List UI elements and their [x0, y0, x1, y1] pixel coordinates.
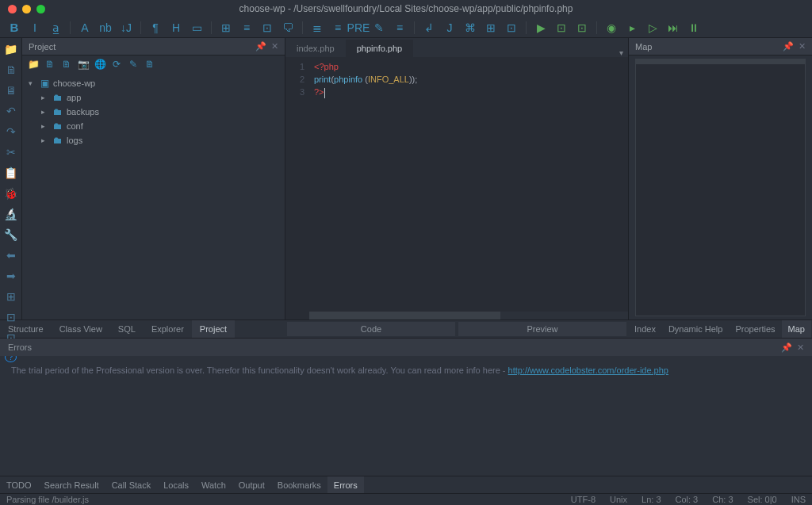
status-mode[interactable]: INS — [791, 495, 806, 504]
tree-root[interactable]: ▾ ▣ choose-wp — [29, 76, 278, 90]
minimap[interactable] — [635, 59, 806, 316]
status-eol[interactable]: Unix — [610, 495, 627, 504]
toolbar-icon-15[interactable]: PRE — [350, 20, 366, 36]
gutter-icon-1[interactable]: 🗎 — [4, 63, 18, 76]
toolbar-icon-19[interactable]: J — [442, 20, 458, 36]
tree-item-app[interactable]: ▸🖿app — [29, 90, 278, 105]
minimap-viewport[interactable] — [636, 59, 805, 64]
close-icon[interactable]: ✕ — [799, 41, 806, 52]
toolbar-icon-27[interactable]: ▸ — [624, 20, 640, 36]
tab-dropdown-icon[interactable]: ▾ — [619, 48, 623, 57]
code-content[interactable]: <?php print(phpinfo (INFO_ALL)); ?> — [309, 57, 628, 319]
toolbar-icon-28[interactable]: ▷ — [645, 20, 661, 36]
panel-tab-properties[interactable]: Properties — [729, 320, 781, 338]
project-tool-6[interactable]: ✎ — [127, 58, 140, 71]
gutter-icon-3[interactable]: ↶ — [4, 105, 18, 117]
gutter-icon-4[interactable]: ↷ — [4, 125, 18, 138]
project-tool-1[interactable]: 🗎 — [44, 58, 56, 71]
pin-icon[interactable]: 📌 — [255, 41, 266, 52]
panel-tab-sql[interactable]: SQL — [110, 320, 144, 338]
toolbar-icon-1[interactable]: I — [27, 20, 43, 36]
bottom-tab-bookmarks[interactable]: Bookmarks — [271, 476, 327, 493]
bottom-tab-todo[interactable]: TODO — [0, 476, 38, 493]
panel-tab-dynamic-help[interactable]: Dynamic Help — [662, 320, 729, 338]
gutter-icon-9[interactable]: 🔧 — [4, 228, 18, 241]
toolbar-icon-7[interactable]: H — [168, 20, 184, 36]
panel-tab-map[interactable]: Map — [782, 320, 811, 338]
chevron-down-icon[interactable]: ▾ — [29, 79, 36, 87]
tree-item-logs[interactable]: ▸🖿logs — [29, 133, 278, 147]
view-mode-preview[interactable]: Preview — [458, 322, 626, 336]
gutter-icon-8[interactable]: 🔬 — [4, 208, 18, 220]
project-tool-7[interactable]: 🗎 — [144, 58, 156, 71]
editor-tab[interactable]: phpinfo.php — [346, 40, 414, 57]
tree-item-conf[interactable]: ▸🖿conf — [29, 119, 278, 133]
panel-tab-structure[interactable]: Structure — [0, 320, 52, 338]
gutter-icon-0[interactable]: 📁 — [4, 43, 18, 55]
toolbar-icon-29[interactable]: ⏭ — [665, 20, 681, 36]
gutter-icon-12[interactable]: ⊞ — [4, 290, 18, 303]
toolbar-icon-14[interactable]: ≡ — [330, 20, 346, 36]
project-tool-3[interactable]: 📷 — [77, 58, 90, 71]
chevron-right-icon[interactable]: ▸ — [41, 108, 49, 116]
gutter-icon-11[interactable]: ➡ — [4, 270, 18, 282]
toolbar-icon-16[interactable]: ✎ — [371, 20, 387, 36]
bottom-tab-watch[interactable]: Watch — [195, 476, 232, 493]
toolbar-icon-10[interactable]: ≡ — [239, 20, 255, 36]
bottom-tab-locals[interactable]: Locals — [157, 476, 195, 493]
project-tool-2[interactable]: 🗎 — [60, 58, 73, 71]
horizontal-scrollbar[interactable] — [309, 312, 628, 319]
editor-tab[interactable]: index.php — [285, 40, 346, 57]
close-icon[interactable] — [8, 5, 17, 13]
toolbar-icon-5[interactable]: ↓J — [118, 20, 134, 36]
maximize-icon[interactable] — [36, 5, 45, 13]
code-editor[interactable]: 1 2 3 <?php print(phpinfo (INFO_ALL)); ?… — [285, 57, 628, 319]
bottom-tab-output[interactable]: Output — [232, 476, 271, 493]
toolbar-icon-30[interactable]: ⏸ — [686, 20, 702, 36]
project-tool-4[interactable]: 🌐 — [94, 58, 106, 71]
minimize-icon[interactable] — [22, 5, 31, 13]
toolbar-icon-17[interactable]: ≡ — [392, 20, 408, 36]
view-mode-code[interactable]: Code — [287, 322, 455, 336]
close-icon[interactable]: ✕ — [797, 342, 804, 353]
toolbar-icon-26[interactable]: ◉ — [603, 20, 619, 36]
gutter-icon-2[interactable]: 🖥 — [4, 84, 18, 97]
pin-icon[interactable]: 📌 — [783, 41, 794, 52]
toolbar-icon-24[interactable]: ⊡ — [553, 20, 569, 36]
gutter-icon-6[interactable]: 📋 — [4, 166, 18, 179]
toolbar-icon-12[interactable]: 🗨 — [280, 20, 296, 36]
chevron-right-icon[interactable]: ▸ — [41, 122, 49, 130]
toolbar-icon-6[interactable]: ¶ — [147, 20, 163, 36]
toolbar-icon-25[interactable]: ⊡ — [574, 20, 590, 36]
toolbar-icon-0[interactable]: B — [6, 20, 22, 36]
toolbar-icon-11[interactable]: ⊡ — [259, 20, 275, 36]
scrollbar-thumb[interactable] — [309, 312, 500, 319]
tree-item-backups[interactable]: ▸🖿backups — [29, 105, 278, 119]
project-tool-0[interactable]: 📁 — [27, 58, 40, 71]
toolbar-icon-18[interactable]: ↲ — [421, 20, 437, 36]
toolbar-icon-20[interactable]: ⌘ — [462, 20, 478, 36]
status-encoding[interactable]: UTF-8 — [571, 495, 596, 504]
bottom-tab-errors[interactable]: Errors — [327, 476, 364, 493]
bottom-tab-search-result[interactable]: Search Result — [38, 476, 105, 493]
gutter-icon-7[interactable]: 🐞 — [4, 187, 18, 200]
toolbar-icon-4[interactable]: nb — [98, 20, 113, 36]
toolbar-icon-22[interactable]: ⊡ — [504, 20, 519, 36]
bottom-tab-call-stack[interactable]: Call Stack — [105, 476, 158, 493]
chevron-right-icon[interactable]: ▸ — [41, 94, 49, 101]
panel-tab-project[interactable]: Project — [192, 320, 235, 338]
toolbar-icon-23[interactable]: ▶ — [533, 20, 549, 36]
panel-tab-class-view[interactable]: Class View — [52, 320, 110, 338]
gutter-icon-10[interactable]: ⬅ — [4, 249, 18, 262]
toolbar-icon-3[interactable]: A — [77, 20, 93, 36]
close-icon[interactable]: ✕ — [271, 41, 278, 52]
panel-tab-explorer[interactable]: Explorer — [144, 320, 192, 338]
panel-tab-index[interactable]: Index — [628, 320, 662, 338]
pin-icon[interactable]: 📌 — [781, 342, 792, 353]
project-tool-5[interactable]: ⟳ — [110, 58, 123, 71]
toolbar-icon-2[interactable]: a̲ — [48, 20, 63, 36]
toolbar-icon-9[interactable]: ⊞ — [218, 20, 234, 36]
toolbar-icon-13[interactable]: ≣ — [309, 20, 325, 36]
toolbar-icon-21[interactable]: ⊞ — [483, 20, 499, 36]
order-link[interactable]: http://www.codelobster.com/order-ide.php — [508, 365, 668, 375]
